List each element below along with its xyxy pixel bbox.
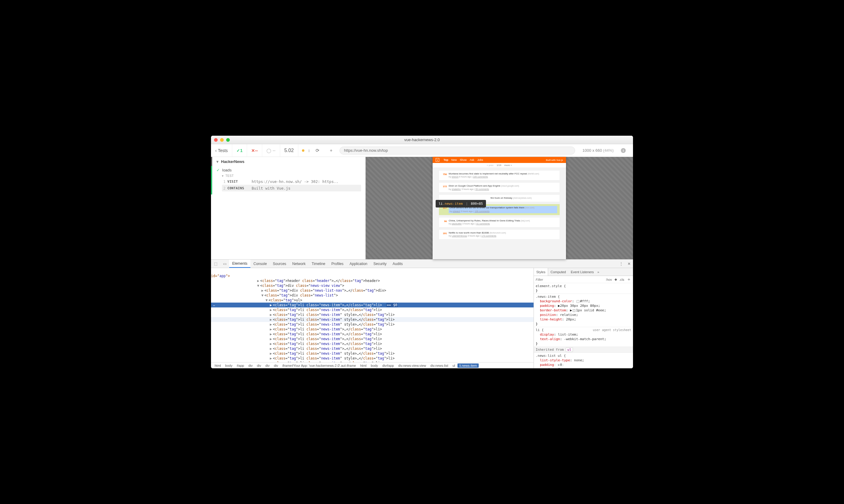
dom-node[interactable]: ▶<class="tag">li class="news-item" style… <box>211 356 534 361</box>
dom-node[interactable]: ▶<class="tag">li class="news-item" style… <box>211 312 534 317</box>
command-row[interactable]: 1VISIThttps://vue-hn.now.sh/ -> 302: htt… <box>222 178 361 185</box>
devtools-tab[interactable]: Network <box>289 259 309 268</box>
command-log: ▾ HackerNews ✓ loads ▾ TEST 1VISIThttps:… <box>211 157 366 259</box>
reload-button[interactable]: ⟳ <box>315 148 320 153</box>
nav-item[interactable]: Jobs <box>477 158 483 161</box>
back-to-tests[interactable]: ‹ Tests <box>211 144 232 157</box>
devtools-tab[interactable]: Timeline <box>309 259 328 268</box>
dom-node[interactable]: ▶<class="tag">li class="news-item">…</cl… <box>211 346 534 351</box>
breadcrumb-item[interactable]: li.news-item <box>458 363 479 368</box>
css-rule[interactable]: ….news-item { background-color: #fff; pa… <box>534 294 633 327</box>
css-rule[interactable]: user agent stylesheetli { display: list-… <box>534 327 633 347</box>
selector-playground-button[interactable]: ⌖ <box>330 148 332 153</box>
new-rule-button[interactable]: ＋ <box>627 276 631 282</box>
elements-breadcrumb[interactable]: htmlbody#appdivdivdivdiviframe#Your App:… <box>211 362 534 368</box>
dom-node[interactable]: ▶<class="tag">li class="news-item" style… <box>211 317 534 322</box>
css-rule[interactable]: element.style {} <box>534 283 633 294</box>
titlebar: vue-hackernews-2.0 <box>211 136 633 144</box>
nav-item[interactable]: New <box>451 158 457 161</box>
dom-node[interactable]: ▶<class="tag">li class="news-item">…</cl… <box>211 307 534 312</box>
dom-node[interactable]: ▼<class="tag">div class="news-view view"… <box>211 283 534 288</box>
breadcrumb-item[interactable]: div#app <box>380 363 396 368</box>
circle-icon: ◯ -- <box>266 148 275 153</box>
breadcrumb-item[interactable]: ul <box>451 363 457 368</box>
breadcrumb-item[interactable]: html <box>358 363 368 368</box>
app-header: V TopNewShowAskJobs Built with Vue.js <box>433 157 566 163</box>
devtools-tab[interactable]: Sources <box>270 259 289 268</box>
auto-scroll-toggle[interactable]: ↕ <box>308 148 310 153</box>
devtools-tab[interactable]: Console <box>251 259 270 268</box>
x-icon: ✕ <box>251 148 255 153</box>
devtools-close-icon[interactable]: ✕ <box>625 259 633 268</box>
styles-panel: StylesComputedEvent Listeners» :hov ◆ .c… <box>534 268 633 368</box>
dom-node[interactable]: ▶<class="tag">li class="news-item">…</cl… <box>211 332 534 337</box>
breadcrumb-item[interactable]: body <box>223 363 234 368</box>
dom-node[interactable]: ▶<class="tag">li class="news-item" style… <box>211 322 534 327</box>
command-row[interactable]: 2CONTAINSBuilt with Vue.js <box>222 185 361 192</box>
styles-filter-input[interactable] <box>536 278 603 282</box>
url-bar[interactable]: https://vue-hn.now.sh/top <box>340 147 575 155</box>
info-icon[interactable]: i <box>621 148 626 153</box>
css-rule[interactable]: Inherited from ul <box>534 347 633 353</box>
devtools-tab[interactable]: Security <box>371 259 390 268</box>
suite-header[interactable]: ▾ HackerNews <box>211 157 365 166</box>
element-tooltip: li.news-item | 800×85 <box>436 200 486 208</box>
run-time: 5.02 <box>280 144 298 157</box>
list-item[interactable]: 191 Netflix is now worth more than $100B… <box>439 229 560 239</box>
list-item[interactable]: 172 Elixir on Google Cloud Platform and … <box>439 182 560 193</box>
breadcrumb-item[interactable]: div.news-view.view <box>396 363 428 368</box>
elements-tree[interactable]: id="app"> ▶<class="tag">header class="he… <box>211 268 534 362</box>
app-preview: V TopNewShowAskJobs Built with Vue.js < … <box>366 157 633 259</box>
dom-node[interactable]: ▶<class="tag">li class="news-item">…</cl… <box>211 341 534 346</box>
caret-down-icon: ▾ <box>222 174 224 178</box>
pending-count: ◯ -- <box>262 144 280 157</box>
built-with: Built with Vue.js <box>546 159 563 161</box>
devtools-tab[interactable]: Application <box>346 259 371 268</box>
devtools-tab[interactable]: Elements <box>229 259 251 268</box>
more-tabs-icon[interactable]: » <box>598 270 599 274</box>
breadcrumb-item[interactable]: div.news-list <box>429 363 450 368</box>
dom-node[interactable]: id="app"> <box>211 269 534 278</box>
breadcrumb-item[interactable]: div <box>263 363 271 368</box>
breadcrumb-item[interactable]: div <box>272 363 280 368</box>
dom-node[interactable]: ▶<class="tag">header class="header">…</c… <box>211 278 534 283</box>
breadcrumb-item[interactable]: div <box>255 363 263 368</box>
styles-subtab[interactable]: Styles <box>534 268 548 276</box>
devtools-menu-icon[interactable]: ⋮ <box>617 259 625 268</box>
nav-item[interactable]: Top <box>444 158 448 161</box>
dom-node[interactable]: ▶<class="tag">li class="news-item">…</cl… <box>211 337 534 341</box>
nav-item[interactable]: Ask <box>470 158 474 161</box>
breadcrumb-item[interactable]: html <box>213 363 223 368</box>
nav-item[interactable]: Show <box>460 158 467 161</box>
dom-node[interactable]: ▼<class="tag">ul> <box>211 298 534 303</box>
cypress-toolbar: ‹ Tests ✓ 1 ✕ -- ◯ -- 5.02 ↕ ⟳ ⌖ https:/… <box>211 144 633 157</box>
devtools-tab[interactable]: Audits <box>390 259 406 268</box>
dom-node[interactable]: ▶<class="tag">div class="news-list-nav">… <box>211 288 534 293</box>
styles-subtab[interactable]: Event Listeners <box>568 268 596 276</box>
dom-node[interactable]: ▶<class="tag">li class="news-item" style… <box>211 351 534 356</box>
dom-node[interactable]: ▼<class="tag">div class="news-list"> <box>211 293 534 298</box>
breadcrumb-item[interactable]: #app <box>235 363 246 368</box>
color-format-icon[interactable]: ◆ <box>615 277 617 282</box>
styles-tabs: StylesComputedEvent Listeners» <box>534 268 633 276</box>
dom-node[interactable]: … ▶<class="tag">li class="news-item">…</… <box>211 303 534 307</box>
list-item[interactable]: 750 Montana becomes first state to imple… <box>439 170 560 181</box>
test-title[interactable]: ✓ loads <box>217 168 361 172</box>
check-icon: ✓ <box>237 148 240 153</box>
devtools: ⬚ ▭ ElementsConsoleSourcesNetworkTimelin… <box>211 259 633 368</box>
css-rule[interactable]: ….news-list ul { list-style-type: none; … <box>534 353 633 368</box>
devtools-tab[interactable]: Profiles <box>328 259 346 268</box>
app-window: vue-hackernews-2.0 ‹ Tests ✓ 1 ✕ -- ◯ --… <box>211 136 633 368</box>
breadcrumb-item[interactable]: body <box>369 363 380 368</box>
cls-toggle[interactable]: .cls <box>619 278 624 282</box>
inspect-element-icon[interactable]: ⬚ <box>211 259 220 268</box>
hov-toggle[interactable]: :hov <box>606 278 612 282</box>
test-section-label: ▾ TEST <box>222 174 361 178</box>
styles-subtab[interactable]: Computed <box>548 268 568 276</box>
breadcrumb-item[interactable]: div <box>246 363 254 368</box>
breadcrumb-item[interactable]: iframe#Your App: 'vue-hackernews-2.0'.au… <box>280 363 358 368</box>
pager: < prev 1/19 more > <box>433 163 566 168</box>
dom-node[interactable]: ▶<class="tag">li class="news-item">…</cl… <box>211 327 534 332</box>
list-item[interactable]: 96 China, Unhampered by Rules, Races Ahe… <box>439 217 560 228</box>
device-toggle-icon[interactable]: ▭ <box>220 259 229 268</box>
